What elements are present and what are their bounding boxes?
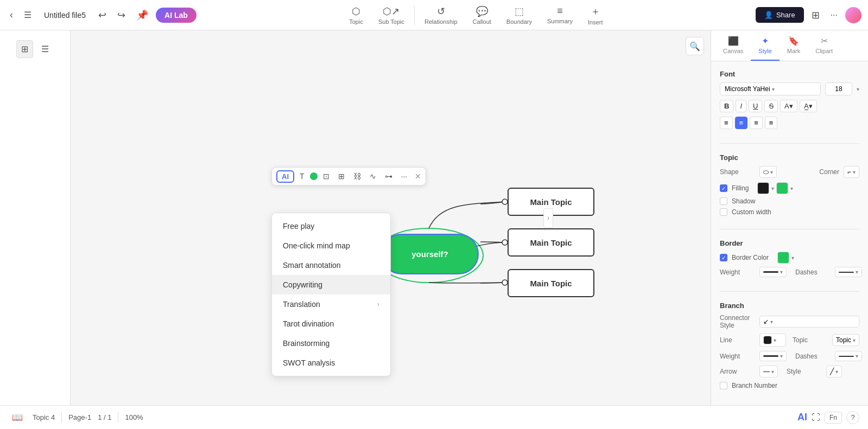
ai-mode-button[interactable]: AI [276,170,294,183]
slider-tool-button[interactable]: ⊶ [382,170,396,183]
shape-select[interactable]: ⬭ ▾ [759,166,777,178]
connector-style-select[interactable]: ↙ ▾ [759,316,859,328]
ai-menu-tarot[interactable]: Tarot divination [272,314,390,334]
filling-checkbox[interactable]: ✓ [720,184,727,192]
more-tool-button[interactable]: ··· [398,170,411,183]
summary-tool[interactable]: ≡ Summary [540,2,580,28]
mark-tab-icon: 🔖 [788,36,799,46]
tab-mark[interactable]: 🔖 Mark [780,30,808,61]
ai-button[interactable]: AI [797,412,807,423]
italic-button[interactable]: I [736,100,746,112]
ai-menu-brainstorming[interactable]: Brainstorming [272,334,390,353]
boundary-label: Boundary [506,18,532,25]
redo-button[interactable]: ↪ [114,7,129,23]
link-tool-button[interactable]: ⛓ [350,170,364,183]
fullscreen-button[interactable]: ⛶ [812,413,820,422]
border-color-swatch[interactable] [777,252,789,264]
font-size-input[interactable]: 18 [825,82,852,95]
help-button[interactable]: ? [846,411,859,424]
expand-icon: ⊞ [338,172,345,181]
top-toolbar: ‹ ☰ Untitled file5 ↩ ↪ 📌 AI Lab ⬡ Topic … [0,0,868,30]
subtopic-tool[interactable]: ⬡↗ Sub Topic [371,2,412,28]
branch-weight-select[interactable]: ▾ [759,351,787,361]
line-select[interactable]: ▾ [759,334,786,347]
ai-menu-mindmap[interactable]: One-click mind map [272,236,390,255]
arrow-row: Arrow — ▾ Style ╱ ▾ [720,366,859,377]
corner-select[interactable]: ⌐ ▾ [844,166,859,178]
callout-tool[interactable]: 💬 Callout [465,2,499,28]
arrow-label: Arrow [720,368,755,375]
ai-lab-button[interactable]: AI Lab [156,8,197,23]
relationship-tool[interactable]: ↺ Relationship [417,2,465,28]
font-highlight-button[interactable]: A̲▾ [800,100,817,112]
border-section-title: Border [720,239,859,247]
grid-view-button[interactable]: ⊞ [16,40,33,58]
pin-button[interactable]: 📌 [133,7,151,23]
ai-menu-swot[interactable]: SWOT analysis [272,353,390,373]
tab-canvas[interactable]: ⬛ Canvas [715,30,751,61]
crop-tool-button[interactable]: ⊡ [320,170,333,183]
page-label: Page-1 [68,413,91,421]
shadow-checkbox[interactable] [720,197,727,205]
underline-button[interactable]: U [749,100,762,112]
tab-style[interactable]: ✦ Style [751,30,779,61]
color-indicator [310,172,318,180]
undo-button[interactable]: ↩ [95,7,110,23]
arrow-select[interactable]: — ▾ [759,366,778,377]
align-center-button[interactable]: ≡ [735,117,748,129]
fn-button[interactable]: Fn [825,412,842,424]
align-left-button[interactable]: ≡ [720,117,733,129]
insert-tool[interactable]: ＋ Insert [580,2,611,29]
more-button[interactable]: ··· [827,8,841,22]
ai-menu-copywriting[interactable]: Copywriting [272,275,390,294]
tab-clipart[interactable]: ✂ Clipart [808,30,840,61]
connector-style-label: Connector Style [720,314,755,329]
border-color-checkbox[interactable]: ✓ [720,254,727,261]
strikethrough-button[interactable]: S [764,100,778,112]
filling-color-swatch-black[interactable] [757,182,769,194]
page-number: 1 / 1 [98,413,111,421]
list-view-button[interactable]: ☰ [36,40,54,58]
font-color-button[interactable]: A▾ [780,100,797,112]
wave-tool-button[interactable]: ∿ [366,170,379,183]
weight-select[interactable]: ▾ [759,267,787,277]
ai-menu-translation[interactable]: Translation › [272,294,390,314]
right-panel-tabs: ⬛ Canvas ✦ Style 🔖 Mark ✂ Clipart [711,30,868,61]
filling-color-swatch-green[interactable] [776,182,788,194]
text-tool-button[interactable]: T [296,170,308,183]
ai-menu-free-play[interactable]: Free play [272,216,390,236]
collapse-panel-button[interactable]: › [543,208,553,228]
expand-tool-button[interactable]: ⊞ [335,170,348,183]
share-button[interactable]: 👤 Share [756,7,804,23]
left-sidebar: ⊞ ☰ [0,30,71,405]
font-row: Microsoft YaHei ▾ 18 ▾ [720,82,859,95]
style-select[interactable]: ╱ ▾ [826,366,842,377]
branch-topic-2[interactable]: Main Topic [508,228,594,257]
center-topic[interactable]: yourself? [381,234,479,274]
align-justify-button[interactable]: ≡ [765,117,778,129]
close-toolbar-button[interactable]: ✕ [415,172,421,181]
branch-dashes-select[interactable]: ▾ [835,351,862,361]
align-right-button[interactable]: ≡ [750,117,763,129]
grid-button[interactable]: ⊞ [808,7,823,23]
right-panel: ⬛ Canvas ✦ Style 🔖 Mark ✂ Clipart Font [711,30,868,405]
menu-button[interactable]: ☰ [21,8,35,22]
line-color-swatch [763,336,772,344]
branch-number-checkbox[interactable] [720,382,727,389]
arrow-value: — [763,368,770,375]
boundary-tool[interactable]: ⬚ Boundary [499,2,540,28]
search-icon: 🔍 [689,41,700,52]
font-family-select[interactable]: Microsoft YaHei ▾ [720,82,821,95]
topic-tool[interactable]: ⬡ Topic [341,2,371,28]
bold-button[interactable]: B [720,100,733,112]
custom-width-checkbox[interactable] [720,208,727,216]
branch-topic-3[interactable]: Main Topic [508,269,594,297]
dashes-select-1[interactable]: ▾ [835,267,862,277]
canvas-area[interactable]: yourself? Main Topic Main Topic Main Top… [71,30,711,405]
canvas-search-button[interactable]: 🔍 [686,37,704,55]
canvas-tab-icon: ⬛ [728,36,739,46]
book-button[interactable]: 📖 [9,410,26,425]
back-button[interactable]: ‹ [7,7,16,23]
topic-select[interactable]: Topic ▾ [832,334,859,346]
ai-menu-annotation[interactable]: Smart annotation [272,255,390,275]
